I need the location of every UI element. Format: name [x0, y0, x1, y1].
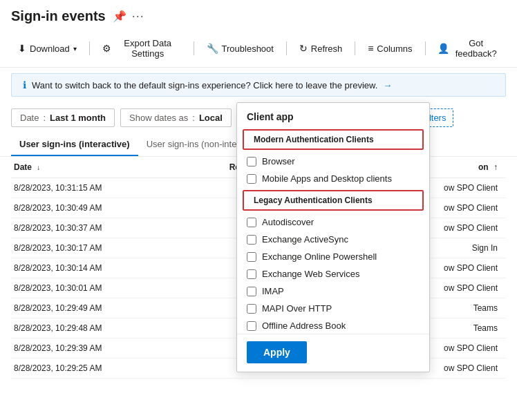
cell-date: 8/28/2023, 10:29:49 AM [11, 298, 227, 318]
toolbar-divider-3 [286, 41, 287, 55]
client-app-dropdown: Client app Modern Authentication Clients… [236, 102, 430, 372]
date-filter-label: Date [20, 113, 39, 123]
date-filter-chip[interactable]: Date : Last 1 month [11, 108, 115, 127]
dropdown-item-label: Offline Address Book [262, 321, 346, 331]
toolbar-divider-2 [194, 41, 194, 55]
dropdown-item-legacy[interactable]: IMAP [237, 283, 429, 300]
page-header: Sign-in events 📌 ··· [0, 0, 517, 30]
legacy-items-list: Autodiscover Exchange ActiveSync Exchang… [237, 213, 429, 334]
dropdown-item-label: Mobile Apps and Desktop clients [262, 173, 392, 184]
info-icon: ℹ [23, 79, 26, 90]
feedback-icon: 👤 [438, 43, 449, 54]
dropdown-item-legacy[interactable]: Exchange Online Powershell [237, 248, 429, 265]
apply-button[interactable]: Apply [247, 341, 307, 363]
cell-date: 8/28/2023, 10:30:49 AM [11, 198, 227, 218]
show-dates-filter-chip[interactable]: Show dates as : Local [120, 108, 232, 127]
modern-items-list: Browser Mobile Apps and Desktop clients [237, 153, 429, 187]
download-button[interactable]: ⬇ Download ▾ [11, 39, 84, 58]
cell-date: 8/28/2023, 10:31:15 AM [11, 178, 227, 198]
columns-icon: ≡ [368, 43, 373, 54]
tab-non-interactive[interactable]: User sign-ins (non-inte... [138, 133, 253, 156]
export-button[interactable]: ⚙ Export Data Settings [95, 34, 188, 63]
checkbox-browser[interactable] [247, 157, 256, 166]
toolbar-divider-4 [355, 41, 355, 55]
dropdown-item-modern[interactable]: Mobile Apps and Desktop clients [237, 170, 429, 187]
tab-interactive[interactable]: User sign-ins (interactive) [11, 133, 138, 156]
toolbar-divider-5 [425, 41, 426, 55]
cell-date: 8/28/2023, 10:30:17 AM [11, 238, 227, 258]
legacy-auth-section-header: Legacy Authentication Clients [243, 190, 424, 211]
pin-icon[interactable]: 📌 [113, 10, 126, 23]
refresh-button[interactable]: ↻ Refresh [292, 39, 350, 58]
feedback-button[interactable]: 👤 Got feedback? [431, 34, 506, 63]
refresh-icon: ↻ [299, 43, 308, 54]
date-sort-icon: ↓ [37, 164, 40, 171]
toolbar: ⬇ Download ▾ ⚙ Export Data Settings 🔧 Tr… [0, 30, 517, 68]
modern-auth-section-header: Modern Authentication Clients [243, 129, 424, 150]
date-filter-value: Last 1 month [50, 113, 106, 123]
dropdown-item-label: MAPI Over HTTP [262, 303, 332, 314]
show-dates-filter-value: Local [199, 113, 223, 123]
troubleshoot-button[interactable]: 🔧 Troubleshoot [200, 39, 281, 58]
cell-date: 8/28/2023, 10:30:14 AM [11, 258, 227, 278]
columns-button[interactable]: ≡ Columns [361, 39, 419, 58]
dropdown-item-legacy[interactable]: Exchange Web Services [237, 265, 429, 283]
dropdown-item-label: Exchange Online Powershell [262, 251, 377, 262]
checkbox-mapi-over-http[interactable] [247, 304, 256, 314]
dropdown-item-label: Autodiscover [262, 217, 314, 227]
dropdown-scroll-area[interactable]: Modern Authentication Clients Browser Mo… [237, 126, 429, 334]
cell-date: 8/28/2023, 10:29:48 AM [11, 318, 227, 338]
dropdown-item-label: Exchange ActiveSync [262, 234, 348, 245]
dropdown-item-label: Exchange Web Services [262, 269, 359, 279]
dropdown-item-label: IMAP [262, 286, 284, 296]
toolbar-divider-1 [89, 41, 90, 55]
checkbox-exchange-activesync[interactable] [247, 235, 256, 245]
cell-date: 8/28/2023, 10:30:37 AM [11, 218, 227, 238]
dropdown-title: Client app [237, 103, 429, 126]
dropdown-item-legacy[interactable]: Exchange ActiveSync [237, 231, 429, 248]
export-icon: ⚙ [102, 43, 111, 54]
cell-date: 8/28/2023, 10:29:39 AM [11, 338, 227, 359]
col-date[interactable]: Date ↓ [11, 157, 227, 178]
download-icon: ⬇ [18, 43, 26, 54]
dropdown-item-modern[interactable]: Browser [237, 153, 429, 170]
checkbox-mobile-apps-and-desktop-clients[interactable] [247, 174, 256, 184]
info-bar: ℹ Want to switch back to the default sig… [11, 73, 506, 97]
dropdown-item-label: Browser [262, 156, 295, 166]
dropdown-item-legacy[interactable]: MAPI Over HTTP [237, 300, 429, 317]
info-text: Want to switch back to the default sign-… [32, 80, 377, 90]
download-chevron-icon: ▾ [73, 45, 77, 52]
checkbox-autodiscover[interactable] [247, 218, 256, 227]
cell-date: 8/28/2023, 10:30:01 AM [11, 278, 227, 298]
checkbox-exchange-online-powershell[interactable] [247, 252, 256, 262]
more-icon[interactable]: ··· [132, 9, 144, 23]
dropdown-footer: Apply [237, 334, 429, 372]
checkbox-exchange-web-services[interactable] [247, 269, 256, 279]
checkbox-offline-address-book[interactable] [247, 321, 256, 331]
wrench-icon: 🔧 [207, 43, 218, 54]
dropdown-item-legacy[interactable]: Offline Address Book [237, 317, 429, 334]
page-title: Sign-in events [11, 8, 106, 24]
cell-date: 8/28/2023, 10:29:25 AM [11, 359, 227, 379]
info-link[interactable]: → [383, 80, 392, 90]
dropdown-item-legacy[interactable]: Autodiscover [237, 213, 429, 231]
checkbox-imap[interactable] [247, 287, 256, 296]
header-icons: 📌 ··· [113, 9, 144, 23]
show-dates-filter-label: Show dates as [129, 113, 188, 123]
